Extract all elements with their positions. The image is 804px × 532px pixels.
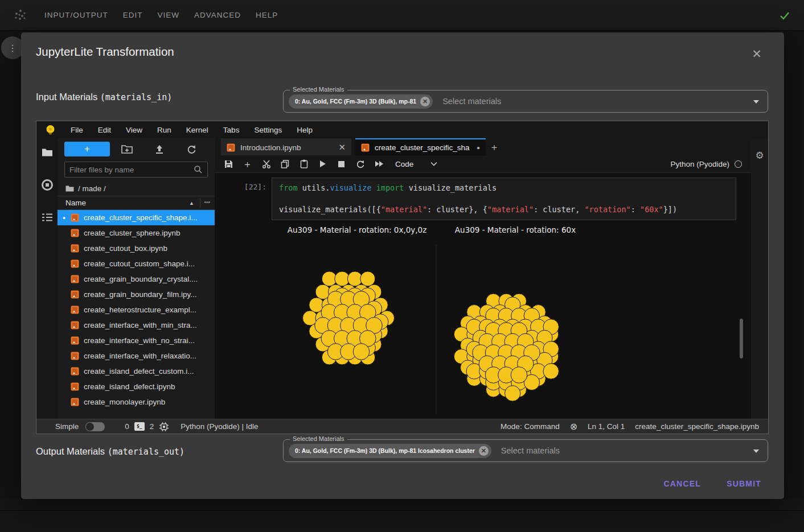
file-row-create-grain-boundary-crystal[interactable]: create_grain_boundary_crystal.... (58, 271, 215, 287)
jupyter-menu-view[interactable]: View (118, 126, 150, 134)
jupyterlab-panel: FileEditViewRunKernelTabsSettingsHelp (36, 121, 769, 434)
file-row-create-heterostructure-exampl[interactable]: create_heterostructure_exampl... (58, 302, 215, 317)
jupyter-menu-help[interactable]: Help (289, 126, 320, 134)
kernel-status-icon (735, 160, 742, 168)
file-browser: + (58, 138, 215, 419)
cluster-visualizations (278, 237, 737, 416)
code-editor[interactable]: from utils.visualize import visualize_ma… (272, 178, 736, 220)
file-row-create-interface-with-relaxatio[interactable]: create_interface_with_relaxatio... (58, 348, 215, 364)
simple-mode-toggle[interactable] (85, 422, 105, 431)
appmenu-item-view[interactable]: VIEW (158, 11, 180, 19)
chip-remove-icon[interactable]: ✕ (479, 446, 489, 456)
file-row-create-cutout-custom-shape-i[interactable]: create_cutout_custom_shape.i... (58, 256, 215, 271)
output-title-2: Au309 - Material - rotation: 60x (436, 225, 594, 234)
gear-icon[interactable]: ⚙ (755, 150, 764, 419)
kernel-status-text[interactable]: Python (Pyodide) | Idle (181, 422, 258, 431)
code-line (279, 193, 729, 204)
restart-run-all-button[interactable] (370, 155, 388, 172)
notebook-content: [22]: from utils.visualize import visual… (215, 173, 751, 419)
file-row-create-island-defect-custom-i[interactable]: create_island_defect_custom.i... (58, 364, 215, 379)
jupyter-menu-settings[interactable]: Settings (247, 126, 289, 134)
header-divider (200, 198, 200, 208)
appmenu-item-advanced[interactable]: ADVANCED (194, 11, 241, 19)
notebook-scrollbar[interactable] (740, 319, 743, 358)
copy-cells-button[interactable] (276, 155, 294, 172)
cut-cells-button[interactable] (257, 155, 276, 172)
jupyter-menu-tabs[interactable]: Tabs (216, 126, 247, 134)
file-row-create-grain-boundary-film-ipy[interactable]: create_grain_boundary_film.ipy... (58, 287, 215, 302)
refresh-icon[interactable] (187, 145, 196, 154)
tab-close-icon[interactable]: ✕ (338, 142, 346, 152)
appmenu-item-input-output[interactable]: INPUT/OUTPUT (44, 11, 108, 19)
file-row-create-interface-with-min-stra[interactable]: create_interface_with_min_stra... (58, 317, 215, 333)
save-button[interactable] (219, 155, 238, 172)
chevron-down-icon[interactable] (430, 162, 437, 166)
filter-files-input[interactable] (69, 166, 194, 174)
trust-shield-icon[interactable]: ⊗ (570, 421, 577, 432)
cell-type-dropdown[interactable]: Code (395, 160, 413, 168)
stop-button[interactable] (332, 155, 351, 172)
file-name: create_grain_boundary_film.ipy... (84, 290, 197, 299)
file-row-create-cutout-box-ipynb[interactable]: create_cutout_box.ipynb (58, 241, 215, 256)
jupyter-menu-run[interactable]: Run (150, 126, 179, 134)
jupyter-menu-edit[interactable]: Edit (91, 126, 118, 134)
tab-introduction[interactable]: Introduction.ipynb ✕ (221, 138, 351, 155)
close-icon[interactable]: ✕ (750, 47, 764, 61)
running-kernels-icon[interactable] (41, 179, 54, 191)
new-folder-icon[interactable] (121, 145, 133, 154)
notebook-icon (71, 321, 80, 329)
file-row-create-cluster-sphere-ipynb[interactable]: create_cluster_sphere.ipynb (58, 225, 215, 241)
upload-icon[interactable] (155, 145, 164, 154)
submit-button[interactable]: SUBMIT (722, 475, 766, 493)
terminal-icon: $_ (134, 422, 145, 431)
add-cell-button[interactable]: ＋ (238, 155, 257, 172)
file-row-create-monolayer-ipynb[interactable]: create_monolayer.ipynb (58, 394, 215, 410)
file-list-header[interactable]: Name ▲ ••• (58, 196, 215, 210)
new-launcher-button[interactable]: + (64, 142, 110, 156)
file-browser-icon[interactable] (42, 147, 53, 157)
check-icon[interactable] (779, 10, 790, 21)
tab-bar: Introduction.ipynb ✕ create_cluster_spec… (215, 138, 751, 155)
input-materials-select[interactable]: Selected Materials 0: Au, Gold, FCC (Fm-… (283, 90, 768, 113)
header-more-icon: ••• (204, 199, 210, 205)
page-bottom-strip (0, 499, 804, 532)
kernel-name[interactable]: Python (Pyodide) (670, 160, 729, 168)
cancel-button[interactable]: CANCEL (659, 475, 705, 493)
file-row-create-cluster-specific-shape-i[interactable]: ●create_cluster_specific_shape.i... (58, 210, 215, 225)
jupyter-menubar: FileEditViewRunKernelTabsSettingsHelp (36, 121, 768, 138)
more-options-fab[interactable]: ⋮ (1, 36, 24, 59)
add-tab-button[interactable]: ＋ (486, 138, 503, 155)
lightbulb-icon (46, 125, 55, 135)
jupyter-menu-file[interactable]: File (63, 126, 91, 134)
page-bottom-seam (0, 510, 804, 511)
file-row-create-interface-with-no-strai[interactable]: create_interface_with_no_strai... (58, 333, 215, 348)
tab-create-cluster-specific-shape[interactable]: create_cluster_specific_sha ● (355, 138, 486, 155)
mode-indicator[interactable]: Mode: Command (501, 422, 560, 431)
appmenu-item-help[interactable]: HELP (256, 11, 278, 19)
breadcrumb[interactable]: / made / (58, 181, 215, 196)
file-browser-toolbar: + (58, 138, 215, 160)
notebook-icon (71, 229, 80, 237)
material-chip[interactable]: 0: Au, Gold, FCC (Fm-3m) 3D (Bulk), mp-8… (289, 94, 433, 109)
file-name: create_grain_boundary_crystal.... (84, 275, 198, 283)
notebook-icon (71, 259, 80, 268)
notebook-icon (71, 352, 80, 360)
file-name: create_monolayer.ipynb (84, 398, 165, 406)
file-row-create-island-defect-ipynb[interactable]: create_island_defect.ipynb (58, 379, 215, 394)
table-of-contents-icon[interactable] (42, 213, 53, 222)
cursor-position[interactable]: Ln 1, Col 1 (588, 422, 625, 431)
file-name: create_island_defect.ipynb (84, 382, 175, 391)
output-materials-select[interactable]: Selected Materials 0: Au, Gold, FCC (Fm-… (283, 439, 768, 462)
terminals-count[interactable]: 0 (125, 422, 129, 431)
chip-remove-icon[interactable]: ✕ (420, 97, 430, 106)
run-button[interactable] (313, 155, 332, 172)
paste-cells-button[interactable] (294, 155, 313, 172)
search-icon (194, 165, 203, 174)
appmenu-item-edit[interactable]: EDIT (123, 11, 143, 19)
file-name: create_island_defect_custom.i... (84, 367, 194, 376)
kernels-count[interactable]: 2 (150, 422, 154, 431)
restart-kernel-button[interactable] (351, 155, 370, 172)
material-chip[interactable]: 0: Au, Gold, FCC (Fm-3m) 3D (Bulk), mp-8… (289, 444, 491, 458)
jupyter-menu-kernel[interactable]: Kernel (179, 126, 216, 134)
dialog-title: JupyterLite Transformation (36, 45, 174, 59)
